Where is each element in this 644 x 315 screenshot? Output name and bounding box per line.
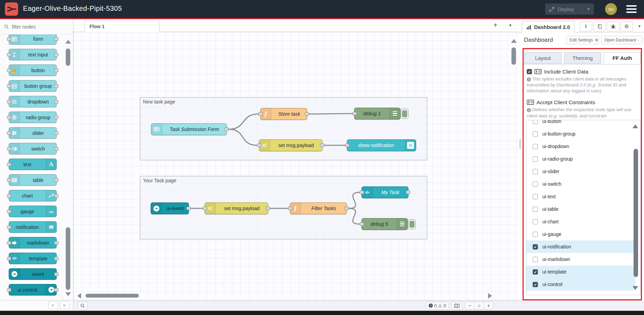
flow-node-filter-tasks[interactable]: ƒFilter Tasks (290, 202, 347, 214)
palette-node-radio-group[interactable]: radio group (9, 112, 57, 123)
include-client-data-checkbox[interactable]: ✔ (527, 69, 532, 74)
input-port[interactable] (7, 257, 11, 260)
palette-node-dropdown[interactable]: dropdown (9, 96, 57, 107)
canvas-hscrollbar-thumb[interactable] (86, 294, 139, 298)
node-type-row-ui-switch[interactable]: ui-switch (526, 178, 635, 190)
node-type-row-ui-markdown[interactable]: ui-markdown (526, 253, 635, 266)
input-port[interactable] (7, 37, 11, 41)
node-type-row-ui-radio-group[interactable]: ui-radio-group (526, 153, 635, 165)
palette-node-text[interactable]: Atext (9, 159, 57, 170)
node-type-checkbox[interactable] (533, 156, 538, 162)
input-port[interactable] (203, 207, 207, 210)
tab-flow-1[interactable]: Flow 1 (84, 21, 159, 32)
output-port[interactable] (305, 112, 309, 116)
flow-canvas[interactable]: New task page Your Task page Task Submis… (73, 32, 518, 300)
collapse-all-button[interactable]: « (48, 301, 58, 309)
output-port[interactable] (54, 241, 58, 245)
canvas-vscrollbar-thumb[interactable] (511, 47, 516, 65)
filter-nodes-input[interactable] (11, 24, 65, 30)
zoom-out-button[interactable]: − (465, 302, 474, 309)
add-flow-button[interactable]: + (493, 21, 498, 29)
node-type-checkbox[interactable] (533, 207, 538, 212)
wire-filter-to-debug5[interactable] (349, 208, 360, 224)
output-port[interactable] (224, 128, 229, 131)
deploy-options-caret-icon[interactable]: ▼ (583, 3, 594, 15)
output-port[interactable] (54, 147, 58, 151)
palette-node-button-group[interactable]: button group (9, 80, 57, 92)
list-scrollbar-thumb[interactable] (634, 149, 638, 277)
node-type-checkbox[interactable] (533, 131, 538, 137)
node-type-checkbox[interactable] (533, 219, 538, 224)
output-port[interactable] (54, 116, 58, 119)
output-port[interactable] (54, 288, 58, 292)
notifications-counter[interactable]: ! 0 ⚠ 0 (426, 302, 449, 309)
flow-node-debug-1[interactable]: debug 1 (354, 108, 400, 120)
node-type-row-ui-button[interactable]: ui-button (526, 120, 635, 128)
output-port[interactable] (54, 53, 58, 56)
palette-node-ui-control[interactable]: ➜ui control (9, 284, 57, 295)
node-type-checkbox[interactable] (533, 169, 538, 174)
palette-scroll-up-icon[interactable] (65, 40, 71, 44)
expand-all-button[interactable]: » (60, 301, 70, 309)
canvas-search-button[interactable] (78, 302, 88, 310)
input-port[interactable] (7, 194, 11, 198)
flow-list-caret-icon[interactable]: ▾ (509, 23, 511, 28)
config-tab-button[interactable]: ⚙ (620, 22, 633, 31)
output-port[interactable] (406, 191, 410, 194)
node-type-row-ui-dropdown[interactable]: ui-dropdown (526, 140, 635, 153)
input-port[interactable] (7, 163, 11, 166)
tab-layout[interactable]: Layout (524, 52, 562, 64)
output-port[interactable] (54, 84, 58, 88)
input-port[interactable] (7, 100, 11, 103)
debug-toggle-button[interactable] (408, 219, 416, 229)
input-port[interactable] (7, 210, 11, 213)
input-port[interactable] (288, 207, 292, 210)
palette-node-template[interactable]: </>template (9, 253, 57, 264)
edit-settings-button[interactable]: Edit Settings ⚙ (566, 36, 599, 44)
node-type-row-ui-button-group[interactable]: ui-button-group (526, 128, 635, 140)
flow-node-set-msg-payload[interactable]: set msg.payload (205, 202, 268, 214)
input-port[interactable] (7, 69, 11, 72)
output-port[interactable] (54, 100, 58, 103)
canvas-scroll-up-icon[interactable] (511, 39, 517, 43)
canvas-scroll-right-icon[interactable] (488, 293, 492, 299)
tab-dashboard-2[interactable]: Dashboard 2.0 (522, 21, 574, 32)
output-port[interactable] (266, 207, 270, 210)
input-port[interactable] (7, 131, 11, 135)
input-port[interactable] (360, 191, 364, 194)
output-port[interactable] (54, 178, 58, 182)
node-type-checkbox[interactable] (533, 182, 538, 187)
flow-node-set-msg-payload[interactable]: set msg.payload (259, 139, 323, 151)
debug-tab-button[interactable] (607, 22, 619, 31)
list-scroll-down-icon[interactable] (633, 286, 638, 290)
output-port[interactable] (54, 131, 58, 135)
input-port[interactable] (7, 53, 11, 56)
info-tab-button[interactable]: i (580, 22, 592, 31)
palette-scrollbar-thumb[interactable] (66, 48, 70, 66)
zoom-in-button[interactable]: + (484, 302, 493, 309)
input-port[interactable] (7, 147, 11, 151)
flow-node-ui-event[interactable]: ➜ui-event (151, 202, 189, 214)
output-port[interactable] (54, 69, 58, 72)
node-type-checkbox[interactable]: ✔ (533, 269, 538, 275)
palette-node-table[interactable]: table (9, 174, 57, 186)
list-scroll-up-icon[interactable] (633, 124, 638, 128)
palette-node-notification[interactable]: ✉notification (9, 221, 57, 233)
flow-node-debug-5[interactable]: debug 5 (361, 218, 408, 230)
open-dashboard-button[interactable]: Open Dashboard (601, 36, 642, 44)
palette-node-slider[interactable]: slider (9, 127, 57, 139)
output-port[interactable] (344, 207, 349, 210)
input-port[interactable] (7, 84, 11, 88)
input-port[interactable] (7, 225, 11, 229)
sidebar-options-caret-icon[interactable]: ▾ (638, 24, 641, 29)
flow-node-task-submission-form[interactable]: Task Submission Form (151, 123, 227, 135)
input-port[interactable] (259, 112, 263, 116)
input-port[interactable] (257, 144, 261, 147)
output-port[interactable] (54, 257, 58, 260)
palette-search[interactable] (0, 19, 73, 34)
palette-node-button[interactable]: ☝button (9, 64, 57, 76)
tab-ff-auth[interactable]: FF Auth (604, 52, 641, 64)
input-port[interactable] (345, 144, 349, 147)
wire-tsf-to-set1[interactable] (229, 129, 257, 145)
node-type-row-ui-chart[interactable]: ui-chart (526, 215, 635, 228)
